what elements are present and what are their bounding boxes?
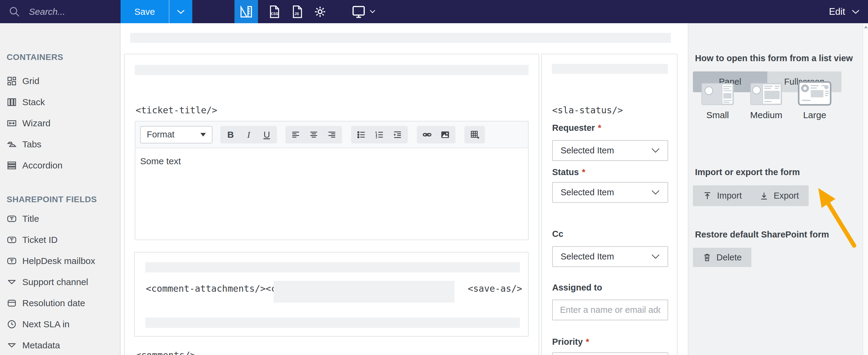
sidebar-item-label: Support channel bbox=[22, 277, 88, 287]
delete-button[interactable]: Delete bbox=[693, 248, 751, 267]
sidebar-item-label: Metadata bbox=[22, 340, 60, 351]
dropdown-value: Selected Item bbox=[561, 146, 614, 156]
top-toolbar: Save CSS JS bbox=[0, 0, 868, 23]
align-left-button[interactable] bbox=[287, 127, 305, 142]
wizard-icon bbox=[7, 118, 17, 128]
panel-size-medium-option[interactable] bbox=[750, 83, 782, 105]
priority-dropdown[interactable] bbox=[552, 352, 668, 355]
form-designer-canvas: <ticket-title/> Format B I U bbox=[121, 23, 688, 355]
preview-button[interactable] bbox=[351, 0, 375, 23]
underline-button[interactable]: U bbox=[258, 127, 276, 142]
dropdown-value: Selected Item bbox=[561, 252, 614, 262]
comments-template-tag[interactable]: <comments/> bbox=[135, 350, 195, 355]
designer-tab[interactable] bbox=[235, 0, 258, 23]
search-box[interactable] bbox=[0, 0, 121, 23]
panel-size-medium-label[interactable]: Medium bbox=[750, 110, 782, 120]
numbered-list-button[interactable] bbox=[370, 127, 389, 142]
editor-toolbar: Format B I U bbox=[135, 122, 528, 148]
sidebar-item-tabs[interactable]: Tabs bbox=[7, 134, 112, 155]
clock-icon bbox=[7, 319, 17, 329]
panel-size-small-option[interactable] bbox=[701, 83, 734, 105]
save-as-template-tag[interactable]: <save-as/> bbox=[468, 283, 522, 294]
sidebar-item-label: Wizard bbox=[22, 118, 50, 128]
chevron-down-icon bbox=[651, 190, 660, 195]
indent-button[interactable] bbox=[389, 127, 407, 142]
section-title-containers: CONTAINERS bbox=[7, 53, 63, 62]
sidebar-item-grid[interactable]: Grid bbox=[7, 70, 112, 92]
form-settings-button[interactable] bbox=[313, 0, 327, 23]
export-icon bbox=[759, 191, 769, 201]
chevron-down-icon bbox=[852, 9, 860, 14]
grid-icon bbox=[7, 76, 17, 86]
edit-mode-dropdown[interactable]: Edit bbox=[829, 0, 860, 23]
field-label-status: Status* bbox=[552, 167, 585, 177]
status-dropdown[interactable]: Selected Item bbox=[552, 182, 668, 203]
sidebar-item-metadata[interactable]: Metadata bbox=[7, 335, 112, 355]
insert-image-button[interactable] bbox=[436, 127, 454, 142]
trash-icon bbox=[703, 253, 712, 262]
sidebar-item-stack[interactable]: Stack bbox=[7, 92, 112, 113]
drop-placeholder bbox=[130, 33, 671, 43]
sidebar-item-ticket-id[interactable]: Ticket ID bbox=[7, 229, 112, 251]
import-button[interactable]: Import bbox=[693, 185, 751, 206]
main-form-panel: <ticket-title/> Format B I U bbox=[124, 54, 539, 355]
sidebar-item-helpdesk-mailbox[interactable]: HelpDesk mailbox bbox=[7, 251, 112, 271]
sidebar-item-wizard[interactable]: Wizard bbox=[7, 113, 112, 134]
monitor-icon bbox=[351, 4, 367, 20]
insert-link-button[interactable] bbox=[418, 127, 436, 142]
chevron-down-icon bbox=[177, 9, 185, 14]
sidebar-item-label: Stack bbox=[22, 97, 45, 107]
bold-button[interactable]: B bbox=[221, 127, 240, 142]
search-input[interactable] bbox=[29, 7, 104, 17]
side-form-panel: <sla-status/> Requester* Selected Item S… bbox=[541, 54, 678, 355]
sidebar-item-resolution-date[interactable]: Resolution date bbox=[7, 293, 112, 314]
sidebar-item-label: Accordion bbox=[22, 160, 62, 170]
assigned-to-input[interactable] bbox=[552, 299, 668, 320]
align-right-button[interactable] bbox=[323, 127, 341, 142]
requester-dropdown[interactable]: Selected Item bbox=[552, 140, 668, 161]
comment-block: <comment-attachments/><com <save-as/> bbox=[134, 252, 529, 336]
scroll-up-arrow-icon[interactable] bbox=[864, 26, 868, 28]
sidebar-item-label: Resolution date bbox=[22, 298, 85, 308]
cc-dropdown[interactable]: Selected Item bbox=[552, 246, 668, 267]
sidebar-item-title[interactable]: Title bbox=[7, 208, 112, 229]
field-label-priority: Priority* bbox=[552, 337, 589, 347]
required-asterisk: * bbox=[582, 167, 585, 177]
export-button[interactable]: Export bbox=[749, 185, 809, 206]
editor-content[interactable]: Some text bbox=[135, 148, 528, 174]
bulleted-list-button[interactable] bbox=[352, 127, 370, 142]
panel-size-large-label[interactable]: Large bbox=[798, 110, 832, 120]
field-label-cc: Cc bbox=[552, 229, 566, 239]
text-field-icon bbox=[7, 256, 17, 266]
field-placeholder bbox=[145, 318, 520, 328]
sidebar-item-support-channel[interactable]: Support channel bbox=[7, 271, 112, 293]
panel-size-small-label[interactable]: Small bbox=[701, 110, 734, 120]
save-button[interactable]: Save bbox=[121, 0, 169, 23]
restore-heading: Restore default SharePoint form bbox=[695, 230, 829, 239]
format-dropdown[interactable]: Format bbox=[140, 126, 213, 143]
insert-table-button[interactable] bbox=[466, 127, 484, 142]
sla-status-template-tag[interactable]: <sla-status/> bbox=[552, 105, 623, 116]
chevron-down-icon bbox=[651, 148, 660, 153]
css-editor-button[interactable]: CSS bbox=[267, 0, 281, 23]
dropdown-field-icon bbox=[7, 277, 17, 287]
sidebar-item-accordion[interactable]: Accordion bbox=[7, 155, 112, 176]
field-placeholder bbox=[552, 64, 668, 74]
required-asterisk: * bbox=[598, 123, 601, 133]
open-mode-heading: How to open this form from a list view bbox=[695, 53, 853, 63]
rich-text-editor: Format B I U bbox=[135, 121, 529, 240]
import-export-heading: Import or export the form bbox=[695, 167, 800, 177]
comment-attachments-template-tag[interactable]: <comment-attachments/><com bbox=[146, 283, 287, 294]
format-dropdown-label: Format bbox=[147, 130, 175, 139]
save-options-caret[interactable] bbox=[169, 0, 192, 23]
ticket-title-template-tag[interactable]: <ticket-title/> bbox=[135, 105, 217, 116]
js-editor-button[interactable]: JS bbox=[290, 0, 304, 23]
align-center-button[interactable] bbox=[305, 127, 323, 142]
js-icon: JS bbox=[294, 12, 299, 16]
page-scrollbar[interactable] bbox=[863, 23, 868, 355]
sidebar-item-next-sla-in[interactable]: Next SLA in bbox=[7, 314, 112, 335]
dropdown-value: Selected Item bbox=[561, 188, 614, 197]
dropdown-field-icon bbox=[7, 340, 17, 351]
panel-size-large-option[interactable] bbox=[798, 81, 832, 106]
italic-button[interactable]: I bbox=[240, 127, 258, 142]
